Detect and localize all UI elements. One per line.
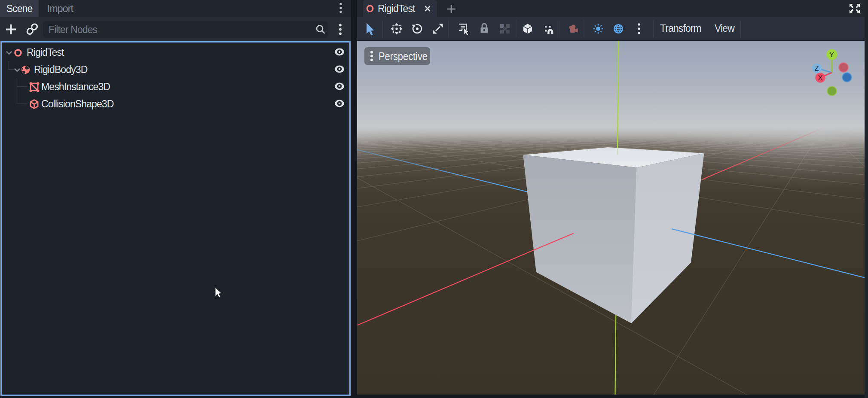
svg-text:X: X — [818, 74, 823, 82]
svg-text:Y: Y — [829, 51, 834, 58]
svg-text:Perspective: Perspective — [379, 50, 428, 62]
svg-text:Z: Z — [815, 64, 819, 72]
